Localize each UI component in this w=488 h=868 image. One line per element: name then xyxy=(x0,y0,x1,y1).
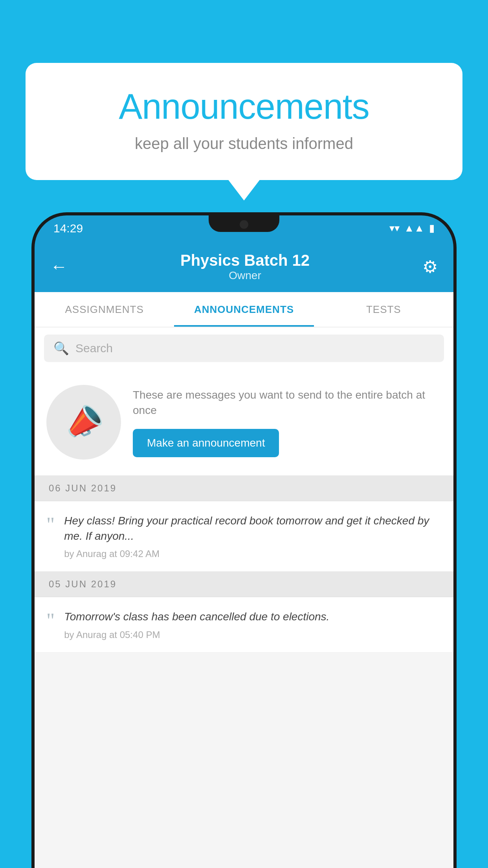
announcement-description: These are messages you want to send to t… xyxy=(133,387,442,418)
date-separator-2: 05 JUN 2019 xyxy=(35,572,453,597)
tab-assignments[interactable]: ASSIGNMENTS xyxy=(35,292,174,327)
header-title: Physics Batch 12 xyxy=(68,252,422,269)
announcement-content-1: Hey class! Bring your practical record b… xyxy=(64,513,442,559)
back-button[interactable]: ← xyxy=(50,257,68,276)
speech-bubble-section: Announcements keep all your students inf… xyxy=(26,63,462,180)
search-input[interactable]: Search xyxy=(75,342,113,355)
announcement-intro: 📣 These are messages you want to send to… xyxy=(35,369,453,476)
quote-icon-1: " xyxy=(46,515,55,535)
tab-bar: ASSIGNMENTS ANNOUNCEMENTS TESTS xyxy=(35,292,453,327)
status-icons: ▾▾ ▲▲ ▮ xyxy=(389,222,435,234)
phone-frame: 14:29 ▾▾ ▲▲ ▮ ← Physics Batch 12 Owner ⚙… xyxy=(31,212,457,868)
search-icon: 🔍 xyxy=(53,341,69,356)
megaphone-icon: 📣 xyxy=(59,398,108,447)
bubble-title: Announcements xyxy=(57,86,431,127)
wifi-icon: ▾▾ xyxy=(389,222,400,234)
speech-bubble: Announcements keep all your students inf… xyxy=(26,63,462,180)
search-container: 🔍 Search xyxy=(35,327,453,369)
quote-icon-2: " xyxy=(46,611,55,631)
bubble-subtitle: keep all your students informed xyxy=(57,135,431,153)
screen-content: 🔍 Search 📣 These are messages you want t… xyxy=(35,327,453,868)
search-bar[interactable]: 🔍 Search xyxy=(44,335,444,362)
announcement-right: These are messages you want to send to t… xyxy=(133,387,442,457)
announcement-text-1: Hey class! Bring your practical record b… xyxy=(64,513,442,544)
announcement-item-2[interactable]: " Tomorrow's class has been cancelled du… xyxy=(35,597,453,652)
settings-icon[interactable]: ⚙ xyxy=(422,257,438,277)
signal-icon: ▲▲ xyxy=(404,222,424,234)
announcement-item-1[interactable]: " Hey class! Bring your practical record… xyxy=(35,501,453,572)
make-announcement-button[interactable]: Make an announcement xyxy=(133,429,279,457)
announcement-meta-1: by Anurag at 09:42 AM xyxy=(64,548,442,559)
tab-tests[interactable]: TESTS xyxy=(314,292,453,327)
phone-inner: 14:29 ▾▾ ▲▲ ▮ ← Physics Batch 12 Owner ⚙… xyxy=(35,215,453,868)
status-time: 14:29 xyxy=(53,222,83,235)
phone-notch xyxy=(209,215,279,232)
announcement-meta-2: by Anurag at 05:40 PM xyxy=(64,629,442,640)
announcement-text-2: Tomorrow's class has been cancelled due … xyxy=(64,609,442,624)
battery-icon: ▮ xyxy=(429,222,435,234)
header-subtitle: Owner xyxy=(68,269,422,282)
megaphone-circle: 📣 xyxy=(46,385,121,460)
app-header: ← Physics Batch 12 Owner ⚙ xyxy=(35,241,453,292)
date-separator-1: 06 JUN 2019 xyxy=(35,476,453,501)
header-title-container: Physics Batch 12 Owner xyxy=(68,252,422,282)
camera-dot xyxy=(240,220,248,229)
tab-announcements[interactable]: ANNOUNCEMENTS xyxy=(174,292,314,327)
announcement-content-2: Tomorrow's class has been cancelled due … xyxy=(64,609,442,640)
